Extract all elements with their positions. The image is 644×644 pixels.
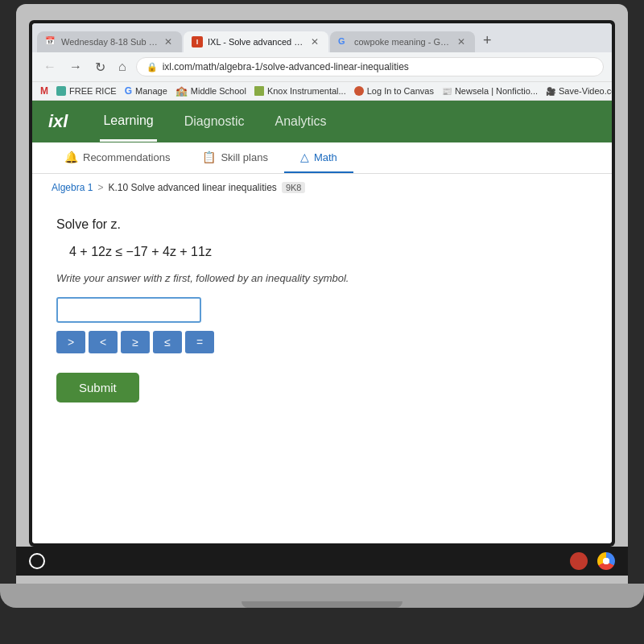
- breadcrumb: Algebra 1 > K.10 Solve advanced linear i…: [32, 174, 612, 201]
- skillplans-icon: 📋: [202, 151, 216, 163]
- reload-button[interactable]: ↻: [92, 58, 109, 76]
- school-icon: 🏫: [175, 85, 188, 97]
- canvas-icon: [354, 86, 364, 96]
- back-button[interactable]: ←: [40, 58, 60, 76]
- sym-less[interactable]: <: [89, 331, 118, 353]
- sym-equal[interactable]: =: [185, 331, 214, 353]
- taskbar-icon-red[interactable]: [570, 552, 588, 570]
- laptop-screen: 📅 Wednesday 8-18 Sub Day Instru... ✕ I I…: [16, 4, 628, 584]
- tab-3-close[interactable]: ✕: [456, 36, 467, 47]
- sub-nav: 🔔 Recommendations 📋 Skill plans △ Math: [32, 142, 612, 174]
- main-content: Solve for z. 4 + 12z ≤ −17 + 4z + 11z Wr…: [32, 201, 612, 419]
- tab-3-label: cowpoke meaning - Google Sear...: [354, 37, 451, 47]
- bookmark-manage[interactable]: G Manage: [125, 85, 167, 97]
- problem-title: Solve for z.: [56, 217, 588, 232]
- symbol-buttons: > < ≥ ≤ =: [56, 331, 588, 353]
- subnav-math[interactable]: △ Math: [284, 142, 353, 173]
- math-icon: △: [300, 151, 309, 163]
- tab-2[interactable]: I IXL - Solve advanced linear ineq... ✕: [184, 31, 328, 52]
- recommendations-icon: 🔔: [64, 151, 78, 163]
- bookmarks-bar: M FREE RICE G Manage 🏫 Middle School: [32, 82, 612, 101]
- bookmark-canvas-label: Log In to Canvas: [367, 86, 434, 96]
- breadcrumb-current: K.10 Solve advanced linear inequalities: [108, 182, 276, 193]
- subnav-skillplans-label: Skill plans: [221, 151, 268, 163]
- taskbar: [16, 547, 628, 576]
- url-text: ixl.com/math/algebra-1/solve-advanced-li…: [163, 61, 409, 72]
- bookmark-middleschool[interactable]: 🏫 Middle School: [175, 85, 246, 97]
- taskbar-right: [570, 552, 615, 570]
- chrome-icon[interactable]: [597, 552, 615, 570]
- ixl-logo: ixl: [48, 111, 68, 132]
- lock-icon: 🔒: [147, 62, 158, 72]
- equation: 4 + 12z ≤ −17 + 4z + 11z: [69, 245, 588, 259]
- url-bar[interactable]: 🔒 ixl.com/math/algebra-1/solve-advanced-…: [136, 57, 604, 76]
- bookmark-newsela[interactable]: 📰 Newsela | Nonfictio...: [442, 86, 538, 96]
- sym-lte[interactable]: ≤: [153, 331, 182, 353]
- answer-input[interactable]: [56, 297, 201, 323]
- subnav-skillplans[interactable]: 📋 Skill plans: [186, 142, 284, 173]
- address-bar: ← → ↻ ⌂ 🔒 ixl.com/math/algebra-1/solve-a…: [32, 52, 612, 82]
- subnav-recommendations-label: Recommendations: [83, 151, 170, 163]
- bookmark-canvas[interactable]: Log In to Canvas: [354, 86, 434, 96]
- tab-3-favicon: G: [338, 36, 349, 47]
- laptop-base: [0, 584, 644, 608]
- tab-1-label: Wednesday 8-18 Sub Day Instru...: [61, 37, 158, 47]
- bookmark-middleschool-label: Middle School: [191, 86, 246, 96]
- breadcrumb-badge: 9K8: [282, 182, 306, 193]
- savevideo-icon: 🎥: [546, 87, 555, 96]
- tab-2-favicon: I: [192, 36, 203, 47]
- bookmark-knox-label: Knox Instrumental...: [267, 86, 346, 96]
- nav-analytics[interactable]: Analytics: [271, 103, 329, 140]
- breadcrumb-separator: >: [97, 182, 103, 193]
- knox-icon: [254, 86, 264, 96]
- bookmark-knox[interactable]: Knox Instrumental...: [254, 86, 346, 96]
- freerice-icon: [56, 86, 66, 96]
- gmail-icon: M: [40, 85, 48, 97]
- site-content: ixl Learning Diagnostic Analytics 🔔 Reco…: [32, 101, 612, 543]
- newsela-icon: 📰: [442, 87, 452, 96]
- tab-1-favicon: 📅: [45, 36, 56, 47]
- sym-gte[interactable]: ≥: [121, 331, 150, 353]
- bookmark-gmail[interactable]: M: [40, 85, 48, 97]
- ixl-header: ixl Learning Diagnostic Analytics: [32, 101, 612, 142]
- bookmark-newsela-label: Newsela | Nonfictio...: [455, 86, 538, 96]
- google-icon: G: [125, 85, 132, 97]
- tab-2-label: IXL - Solve advanced linear ineq...: [208, 37, 304, 47]
- bookmark-freerice-label: FREE RICE: [69, 86, 117, 96]
- nav-diagnostic[interactable]: Diagnostic: [181, 103, 248, 140]
- bookmark-manage-label: Manage: [135, 86, 167, 96]
- subnav-recommendations[interactable]: 🔔 Recommendations: [48, 142, 186, 173]
- screen-bezel: 📅 Wednesday 8-18 Sub Day Instru... ✕ I I…: [29, 20, 615, 547]
- sym-greater[interactable]: >: [56, 331, 85, 353]
- submit-button[interactable]: Submit: [56, 373, 139, 402]
- home-button[interactable]: ⌂: [115, 58, 130, 76]
- tab-1[interactable]: 📅 Wednesday 8-18 Sub Day Instru... ✕: [37, 31, 182, 52]
- breadcrumb-parent[interactable]: Algebra 1: [52, 182, 93, 193]
- new-tab-button[interactable]: +: [477, 29, 498, 52]
- nav-learning[interactable]: Learning: [100, 102, 156, 142]
- bookmark-freerice[interactable]: FREE RICE: [56, 86, 117, 96]
- forward-button[interactable]: →: [66, 58, 85, 76]
- instruction: Write your answer with z first, followed…: [56, 272, 588, 284]
- tab-1-close[interactable]: ✕: [163, 36, 174, 47]
- taskbar-circle: [29, 553, 45, 569]
- tab-bar: 📅 Wednesday 8-18 Sub Day Instru... ✕ I I…: [32, 23, 612, 52]
- tab-2-close[interactable]: ✕: [309, 36, 320, 47]
- bookmark-savevideo-label: Save-Video.com: [559, 86, 612, 96]
- subnav-math-label: Math: [314, 151, 337, 163]
- browser-window: 📅 Wednesday 8-18 Sub Day Instru... ✕ I I…: [32, 23, 612, 543]
- tab-3[interactable]: G cowpoke meaning - Google Sear... ✕: [330, 31, 475, 52]
- bookmark-savevideo[interactable]: 🎥 Save-Video.com: [546, 86, 612, 96]
